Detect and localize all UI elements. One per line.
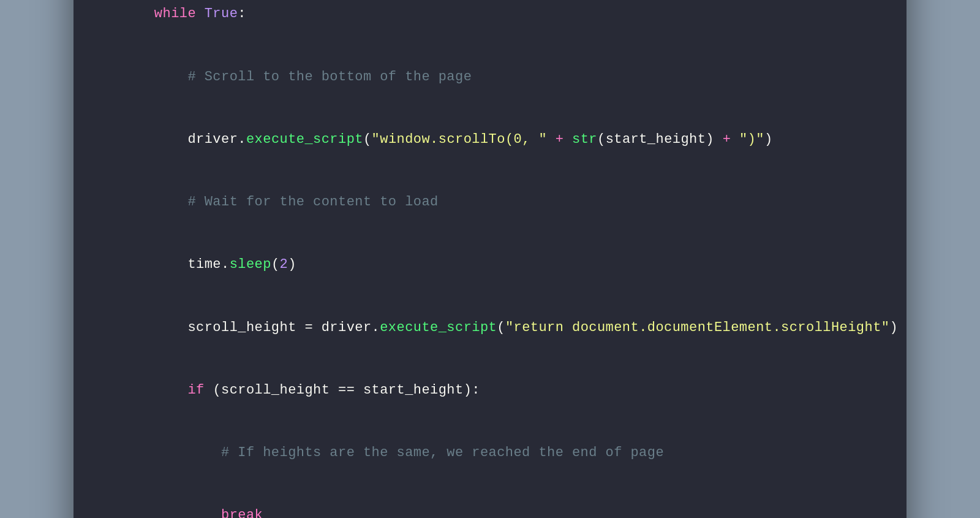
- time-sleep-1: time.sleep(2): [104, 234, 876, 296]
- driver-scroll-line: driver.execute_script("window.scrollTo(0…: [104, 109, 876, 171]
- code-window: # Took some support from https://stackov…: [74, 0, 907, 518]
- if-line: if (scroll_height == start_height):: [104, 359, 876, 422]
- comment-wait: # Wait for the content to load: [104, 171, 876, 234]
- comment-scroll: # Scroll to the bottom of the page: [104, 45, 876, 108]
- break-line: break: [104, 484, 876, 518]
- code-area: # Took some support from https://stackov…: [74, 0, 907, 518]
- while-line: while True:: [104, 0, 876, 45]
- comment-heights: # If heights are the same, we reached th…: [104, 422, 876, 484]
- scroll-height-line: scroll_height = driver.execute_script("r…: [104, 297, 876, 359]
